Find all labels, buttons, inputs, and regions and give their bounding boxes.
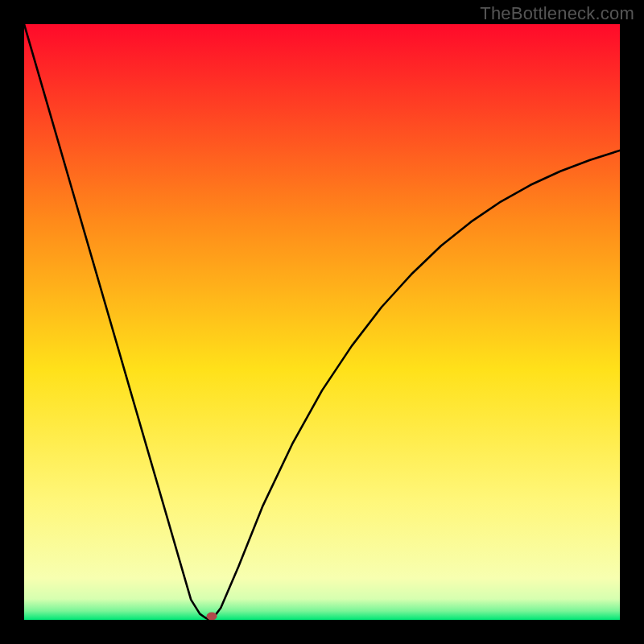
chart-frame: TheBottleneck.com xyxy=(0,0,644,644)
plot-area xyxy=(24,24,620,620)
svg-rect-0 xyxy=(24,24,620,620)
plot-svg xyxy=(24,24,620,620)
watermark-text: TheBottleneck.com xyxy=(480,3,634,24)
